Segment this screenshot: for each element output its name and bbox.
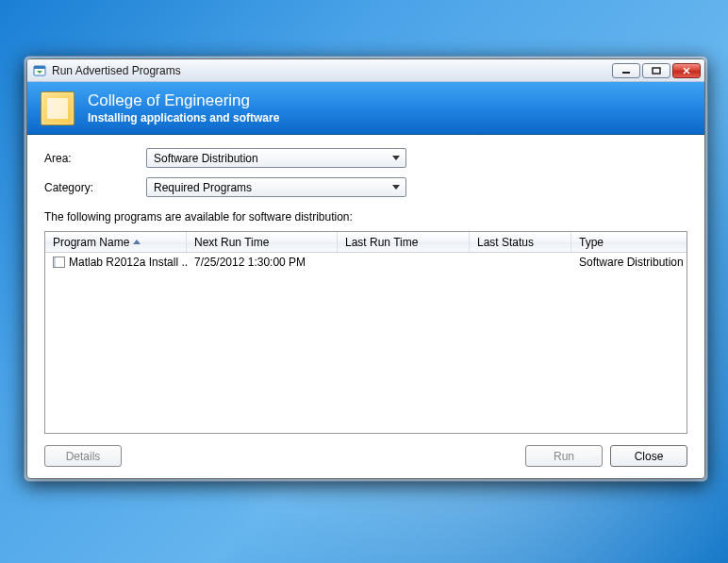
svg-rect-4: [653, 68, 660, 74]
close-button[interactable]: Close: [610, 445, 687, 467]
column-label: Next Run Time: [194, 236, 269, 249]
banner-subtitle: Installing applications and software: [88, 111, 279, 124]
list-caption: The following programs are available for…: [44, 210, 687, 224]
run-button[interactable]: Run: [525, 445, 603, 467]
sort-ascending-icon: [133, 240, 141, 244]
column-next-run[interactable]: Next Run Time: [187, 232, 338, 252]
app-icon: [33, 64, 46, 77]
close-window-button[interactable]: [672, 63, 701, 78]
right-buttons: Run Close: [525, 445, 687, 467]
content-area: Area: Software Distribution Category: Re…: [27, 135, 704, 478]
category-row: Category: Required Programs: [44, 177, 687, 197]
column-label: Type: [579, 236, 604, 249]
banner-icon: [41, 91, 74, 125]
button-label: Details: [66, 450, 101, 463]
area-label: Area:: [44, 152, 146, 165]
header-banner: College of Engineering Installing applic…: [27, 82, 704, 135]
titlebar[interactable]: Run Advertised Programs: [27, 59, 704, 82]
window-title: Run Advertised Programs: [52, 64, 606, 77]
list-header: Program Name Next Run Time Last Run Time…: [45, 232, 687, 253]
column-last-status[interactable]: Last Status: [470, 232, 571, 252]
column-program-name[interactable]: Program Name: [45, 232, 187, 252]
area-row: Area: Software Distribution: [44, 148, 687, 168]
button-label: Close: [635, 450, 664, 463]
area-dropdown-value: Software Distribution: [154, 152, 258, 165]
category-label: Category:: [44, 181, 146, 194]
banner-title: College of Engineering: [88, 91, 279, 110]
column-label: Program Name: [53, 236, 129, 249]
button-label: Run: [554, 450, 574, 463]
chevron-down-icon: [388, 151, 403, 166]
dialog-window: Run Advertised Programs College of Engin…: [26, 58, 705, 479]
cell-type: Software Distribution: [579, 256, 684, 269]
minimize-button[interactable]: [612, 63, 640, 78]
table-row[interactable]: Matlab R2012a Install ... 7/25/2012 1:30…: [45, 253, 687, 272]
column-label: Last Run Time: [345, 236, 418, 249]
button-row: Details Run Close: [44, 445, 687, 467]
chevron-down-icon: [388, 180, 403, 195]
maximize-button[interactable]: [642, 63, 670, 78]
program-icon: [53, 257, 65, 268]
category-dropdown[interactable]: Required Programs: [146, 177, 406, 197]
banner-text: College of Engineering Installing applic…: [88, 91, 279, 124]
svg-rect-3: [622, 72, 630, 74]
column-label: Last Status: [477, 236, 534, 249]
svg-rect-1: [34, 66, 45, 69]
cell-program-name: Matlab R2012a Install ...: [69, 256, 187, 269]
details-button[interactable]: Details: [44, 445, 122, 467]
column-last-run[interactable]: Last Run Time: [338, 232, 470, 252]
programs-list: Program Name Next Run Time Last Run Time…: [44, 231, 687, 434]
window-controls: [612, 63, 701, 78]
cell-next-run: 7/25/2012 1:30:00 PM: [194, 256, 306, 269]
category-dropdown-value: Required Programs: [154, 181, 252, 194]
list-body[interactable]: Matlab R2012a Install ... 7/25/2012 1:30…: [45, 253, 687, 433]
area-dropdown[interactable]: Software Distribution: [146, 148, 406, 168]
column-type[interactable]: Type: [571, 232, 687, 252]
